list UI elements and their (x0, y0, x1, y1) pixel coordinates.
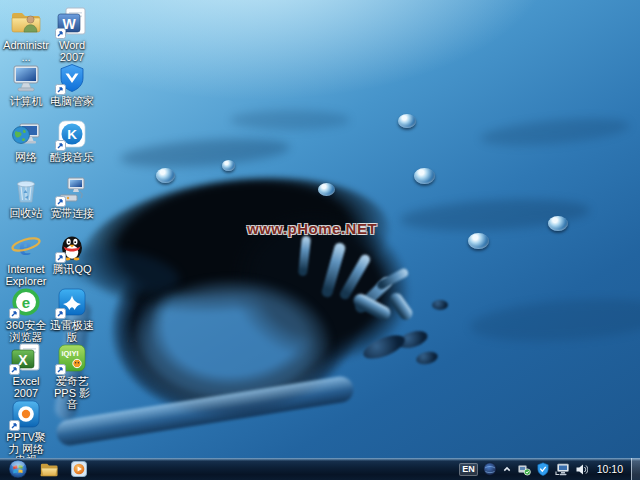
explorer-taskbar-button[interactable] (40, 460, 58, 478)
wallpaper-splash-inner-water (130, 280, 330, 410)
wallpaper-splash-right-mass (214, 189, 427, 380)
taskbar-pinned-apps (40, 460, 88, 478)
desktop-icon-label: 电脑管家 (50, 96, 94, 108)
desktop-icon-label: Excel 2007 (3, 376, 49, 399)
wallpaper-splash-blob (360, 330, 408, 363)
system-tray: EN (459, 458, 640, 480)
desktop-icon-pptv[interactable]: PPTV聚力 网络电视 (3, 398, 49, 454)
desktop-icon-label: 酷我音乐 (50, 152, 94, 164)
volume-icon[interactable] (575, 463, 588, 476)
wallpaper-splash-blob (415, 350, 439, 366)
shortcut-arrow-icon (55, 28, 66, 39)
globe-tray-icon[interactable] (483, 462, 497, 476)
explorer-folder-icon (40, 462, 58, 477)
kuwo-music-icon: K (56, 118, 88, 150)
svg-text:iQIYI: iQIYI (61, 349, 78, 358)
360-browser-icon: e (10, 286, 42, 318)
desktop-icon-excel-2007[interactable]: X Excel 2007 (3, 342, 49, 398)
wallpaper-water-droplet (548, 216, 568, 231)
media-player-taskbar-button[interactable] (70, 460, 88, 478)
wallpaper-splash-spike (320, 242, 346, 299)
user-folder-icon (10, 6, 42, 38)
recycle-bin-icon (10, 174, 42, 206)
wallpaper-wave-shadow (479, 114, 631, 151)
excel-icon: X (10, 342, 42, 374)
wallpaper-splash-spike (351, 291, 393, 322)
svg-text:e: e (22, 294, 30, 311)
shortcut-arrow-icon (9, 364, 20, 375)
shortcut-arrow-icon (55, 308, 66, 319)
desktop-icon-iqiyi-pps[interactable]: iQIYI 爱奇艺PPS 影音 (49, 342, 95, 398)
desktop-icon-label: 回收站 (10, 208, 43, 220)
wallpaper-splash-spike (375, 267, 409, 291)
shortcut-arrow-icon (55, 196, 66, 207)
desktop-icon-label: 计算机 (10, 96, 43, 108)
wallpaper-splash-spike (353, 275, 394, 315)
desktop-icon-360-browser[interactable]: e 360安全浏览器 (3, 286, 49, 342)
shortcut-arrow-icon (55, 364, 66, 375)
desktop-icon-label: PPTV聚力 网络电视 (3, 432, 49, 458)
iqiyi-pps-icon: iQIYI (56, 342, 88, 374)
pc-manager-shield-icon (56, 62, 88, 94)
wallpaper-wave-shadow (230, 110, 350, 130)
desktop-icon-internet-explorer[interactable]: e Internet Explorer (3, 230, 49, 286)
desktop-icon-label: 网络 (15, 152, 37, 164)
svg-text:K: K (67, 127, 77, 142)
wallpaper-splash-spike (338, 253, 372, 301)
computer-icon (10, 62, 42, 94)
broadband-icon (56, 174, 88, 206)
desktop-icon-network[interactable]: 网络 (3, 118, 49, 174)
shortcut-arrow-icon (55, 252, 66, 263)
wallpaper-splash-top-mass (73, 162, 397, 329)
wallpaper-splash-ring (37, 157, 436, 458)
desktop-icon-qq[interactable]: 腾讯QQ (49, 230, 95, 286)
wallpaper-splash-bottom-rim (55, 375, 355, 448)
shortcut-arrow-icon (55, 140, 66, 151)
wallpaper-splash-blob (432, 300, 448, 310)
wallpaper-wave-shadow (119, 134, 290, 172)
desktop-icons: Administr... W Word 2007 (3, 6, 95, 454)
wallpaper-wave-shadow (399, 195, 590, 235)
desktop-icon-word-2007[interactable]: W Word 2007 (49, 6, 95, 62)
language-indicator[interactable]: EN (459, 463, 478, 476)
internet-explorer-icon: e (10, 230, 42, 262)
desktop-icon-label: 腾讯QQ (52, 264, 91, 276)
wallpaper-water-droplet (398, 114, 416, 128)
wallpaper-wave-shadow (469, 293, 640, 347)
desktop-icon-label: Word 2007 (49, 40, 95, 63)
desktop-icon-broadband[interactable]: 宽带连接 (49, 174, 95, 230)
shortcut-arrow-icon (9, 420, 20, 431)
taskbar-clock[interactable]: 10:10 (597, 463, 623, 475)
qq-penguin-icon (56, 230, 88, 262)
desktop-icon-thunder[interactable]: 迅雷极速版 (49, 286, 95, 342)
wallpaper-splash-blob (396, 328, 429, 352)
media-player-icon (71, 461, 87, 477)
desktop: www.pHome.NET Administr... (0, 0, 640, 458)
hidden-icons-arrow-icon[interactable] (502, 464, 512, 474)
desktop-icon-label: 爱奇艺PPS 影音 (49, 376, 95, 411)
desktop-icon-label: 迅雷极速版 (49, 320, 95, 343)
network-icon[interactable] (555, 463, 570, 476)
svg-text:e: e (19, 230, 31, 261)
windows-orb-icon (8, 459, 28, 479)
pptv-icon (10, 398, 42, 430)
desktop-icon-pc-manager[interactable]: 电脑管家 (49, 62, 95, 118)
device-safety-icon[interactable] (517, 462, 531, 476)
desktop-icon-computer[interactable]: 计算机 (3, 62, 49, 118)
desktop-icon-administrator[interactable]: Administr... (3, 6, 49, 62)
network-globe-icon (10, 118, 42, 150)
start-button[interactable] (8, 459, 28, 479)
wallpaper-water-droplet (222, 160, 235, 171)
wallpaper-splash-spike (298, 236, 311, 277)
shortcut-arrow-icon (55, 84, 66, 95)
security-shield-icon[interactable] (536, 462, 550, 476)
thunder-icon (56, 286, 88, 318)
desktop-icon-label: 360安全浏览器 (3, 320, 49, 343)
desktop-icon-recycle-bin[interactable]: 回收站 (3, 174, 49, 230)
desktop-icon-label: Administr... (3, 40, 49, 63)
desktop-icon-label: Internet Explorer (3, 264, 49, 287)
desktop-icon-kuwo-music[interactable]: K 酷我音乐 (49, 118, 95, 174)
watermark: www.pHome.NET (247, 220, 377, 237)
show-desktop-button[interactable] (631, 458, 640, 480)
wallpaper-splash-spike (387, 290, 415, 322)
